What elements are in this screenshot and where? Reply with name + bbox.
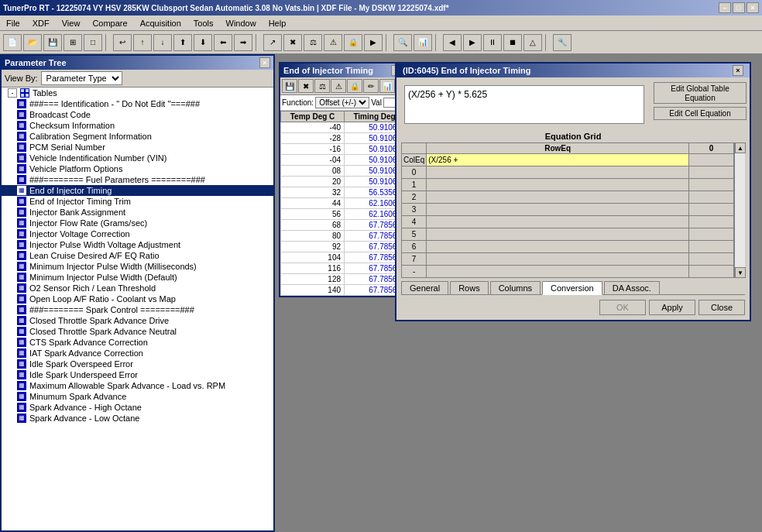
inj-warn-btn[interactable]: ⚠ [331,79,346,93]
list-item[interactable]: ▦ Idle Spark Underspeed Error [2,369,273,380]
table-row[interactable]: 8067.78564 [281,231,405,242]
toolbar-btn14[interactable]: ✖ [283,34,302,51]
list-item[interactable]: ▦ Minumum Spark Advance [2,391,273,402]
list-item[interactable]: ▦ Broadcast Code [2,109,273,120]
toolbar-btn17[interactable]: 🔒 [344,34,362,51]
edit-global-table-equation-button[interactable]: Edit Global Table Equation [654,82,747,104]
toolbar-btn12[interactable]: ➡ [234,34,252,51]
list-item[interactable]: ▦ O2 Sensor Rich / Lean Threshold [2,283,273,293]
end-injector-timing-item[interactable]: ▦ End of Injector Timing [2,185,273,196]
table-row[interactable]: 9267.78564 [281,242,405,252]
toolbar-btn19[interactable]: 🔍 [393,34,412,51]
view-by-select[interactable]: Parameter Type [41,71,122,85]
toolbar-open[interactable]: 📂 [23,34,42,51]
menu-view[interactable]: View [59,18,84,29]
toolbar-btn26[interactable]: 🔧 [553,34,572,51]
list-item[interactable]: ▦ Injector Flow Rate (Grams/sec) [2,218,273,228]
toolbar-btn4[interactable]: ⊞ [64,34,82,51]
toolbar-btn24[interactable]: ⏹ [503,34,522,51]
list-item[interactable]: ▦ IAT Spark Advance Correction [2,348,273,359]
list-item[interactable]: ▦ Vehicle Platform Options [2,163,273,174]
table-row[interactable]: 5662.16064 [281,209,405,220]
toolbar-btn11[interactable]: ⬅ [214,34,232,51]
grid-scroll-up[interactable]: ▲ [735,142,746,153]
ok-button[interactable]: OK [599,300,646,315]
table-row[interactable]: 4462.16064 [281,198,405,209]
menu-compare[interactable]: Compare [89,18,130,29]
inj-lock-btn[interactable]: 🔒 [347,79,362,93]
tab-rows[interactable]: Rows [450,281,489,294]
toolbar-btn20[interactable]: 📊 [414,34,432,51]
list-item[interactable]: ▦ Calibration Segment Information [2,131,273,142]
param-tree-close-button[interactable]: × [259,57,270,68]
list-item[interactable]: ▦ Maximum Allowable Spark Advance - Load… [2,380,273,391]
inj-cancel-btn[interactable]: ✖ [298,79,314,93]
menu-help[interactable]: Help [266,18,290,29]
table-row[interactable]: 0850.91064 [281,166,405,177]
list-item[interactable]: ▦ Spark Advance - High Octane [2,402,273,413]
toolbar-btn6[interactable]: ↩ [113,34,132,51]
toolbar-btn22[interactable]: ▶ [463,34,482,51]
toolbar-down[interactable]: ↓ [153,34,172,51]
toolbar-save[interactable]: 💾 [43,34,62,51]
close-dialog-button[interactable]: Close [698,300,745,315]
toolbar-btn21[interactable]: ◀ [443,34,462,51]
close-button[interactable]: × [747,2,759,13]
equation-dialog-close-button[interactable]: × [733,65,743,76]
table-row[interactable]: -1650.91064 [281,144,405,155]
toolbar-btn10[interactable]: ⬇ [194,34,212,51]
grid-scroll-down[interactable]: ▼ [735,267,746,278]
maximize-button[interactable]: □ [733,2,745,13]
list-item[interactable]: ▦ Closed Throttle Spark Advance Drive [2,315,273,326]
list-item[interactable]: ▦ Minimum Injector Pulse Width (Default) [2,272,273,283]
list-item[interactable]: ▦ Injector Pulse Width Voltage Adjustmen… [2,239,273,250]
toolbar-btn18[interactable]: ▶ [364,34,383,51]
table-row[interactable]: 14067.78564 [281,285,405,296]
inj-chart-btn[interactable]: 📊 [379,79,395,93]
edit-cell-equation-button[interactable]: Edit Cell Equation [654,107,747,120]
minimize-button[interactable]: – [719,2,731,13]
table-row[interactable]: 10467.78564 [281,252,405,263]
tables-expand-icon[interactable]: - [8,88,17,98]
table-row[interactable]: 6867.78564 [281,220,405,231]
list-item[interactable]: ▦ End of Injector Timing Trim [2,196,273,207]
tab-conversion[interactable]: Conversion [542,281,602,295]
table-row[interactable]: -0450.91064 [281,155,405,166]
toolbar-new[interactable]: 📄 [3,34,22,51]
tree-tables-root[interactable]: - Tables [2,88,273,98]
list-item[interactable]: ▦ Injector Voltage Correction [2,228,273,239]
table-row[interactable]: 11667.78564 [281,263,405,274]
list-item[interactable]: ▦ Vehicle Indentification Number (VIN) [2,153,273,163]
menu-window[interactable]: Window [223,18,259,29]
menu-acquisition[interactable]: Acquisition [137,18,184,29]
list-item[interactable]: ▦ Injector Bank Assignment [2,207,273,218]
toolbar-btn25[interactable]: △ [523,34,542,51]
toolbar-btn16[interactable]: ⚠ [324,34,342,51]
list-item[interactable]: ▦ CTS Spark Advance Correction [2,337,273,348]
table-row[interactable]: -2850.91064 [281,133,405,144]
list-item[interactable]: ▦ Minimum Injector Pulse Width (Millisec… [2,261,273,272]
menu-tools[interactable]: Tools [190,18,217,29]
list-item[interactable]: ▦ Checksum Information [2,120,273,131]
function-select[interactable]: Offset (+/-) [315,97,369,108]
list-item[interactable]: ▦ Open Loop A/F Ratio - Coolant vs Map [2,293,273,304]
inj-save-btn[interactable]: 💾 [282,79,297,93]
tab-columns[interactable]: Columns [490,281,541,294]
list-item[interactable]: ▦ Spark Advance - Low Octane [2,413,273,424]
tab-da-assoc[interactable]: DA Assoc. [604,281,660,294]
toolbar-btn15[interactable]: ⚖ [304,34,322,51]
tab-general[interactable]: General [401,281,448,294]
list-item[interactable]: ▦ Lean Cruise Desired A/F EQ Ratio [2,250,273,261]
toolbar-btn9[interactable]: ⬆ [173,34,192,51]
grid-coleq-value[interactable] [427,154,689,166]
toolbar-btn13[interactable]: ↗ [263,34,282,51]
coleq-input[interactable] [428,156,490,164]
apply-button[interactable]: Apply [649,300,695,315]
toolbar-btn23[interactable]: ⏸ [483,34,502,51]
menu-xdf[interactable]: XDF [29,18,53,29]
table-row[interactable]: 12867.78564 [281,274,405,285]
list-item[interactable]: ▦ Idle Spark Overspeed Error [2,359,273,369]
table-row[interactable]: 3256.53564 [281,187,405,198]
list-item[interactable]: ▦ ###======== Spark Control ========### [2,304,273,315]
list-item[interactable]: ▦ ###======== Fuel Parameters ========##… [2,174,273,185]
